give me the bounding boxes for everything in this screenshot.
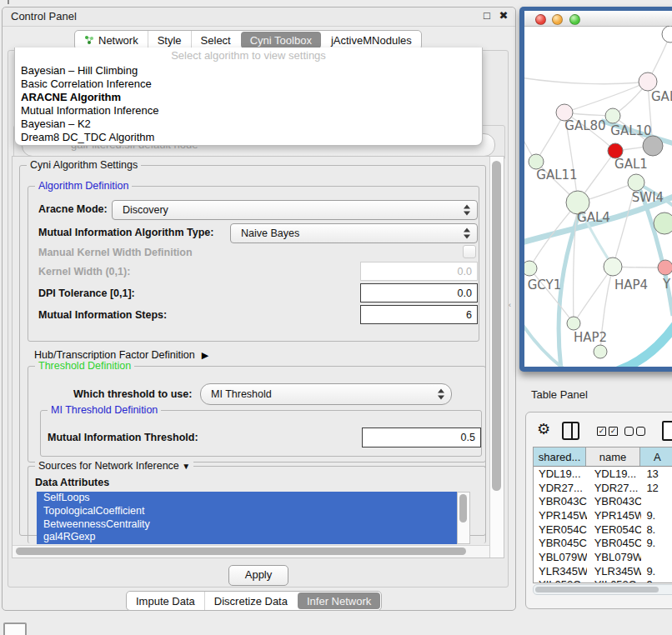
dpi-tolerance-field[interactable]: 0.0 bbox=[360, 283, 478, 302]
tab-network[interactable]: Network bbox=[75, 31, 148, 49]
tab-impute-data[interactable]: Impute Data bbox=[127, 592, 204, 610]
close-window-icon[interactable]: ✖ bbox=[497, 9, 510, 22]
table-cell[interactable]: YDL19... bbox=[534, 468, 587, 480]
table-row[interactable]: YPR145WYPR145W9. bbox=[534, 508, 672, 522]
table-row[interactable]: YDR27...YDR27...12 bbox=[534, 481, 672, 495]
table-cell[interactable]: 12 bbox=[641, 482, 672, 494]
table-cell[interactable]: YBR043C bbox=[534, 495, 587, 508]
algorithm-option-mutual-information-inference[interactable]: Mutual Information Inference bbox=[15, 104, 482, 118]
algorithm-option-bayesian-hill-climbing[interactable]: Bayesian – Hill Climbing bbox=[15, 64, 482, 78]
table-cell[interactable]: YPR145W bbox=[587, 509, 642, 522]
mi-threshold-field[interactable]: 0.5 bbox=[362, 428, 481, 448]
attributes-list-scrollbar[interactable] bbox=[457, 492, 470, 544]
network-canvas[interactable]: GALGAL80GAL10GAL1GAL11GAL4SWI4GCY1HAP4YH… bbox=[524, 26, 672, 367]
settings-vertical-scrollbar[interactable] bbox=[489, 157, 504, 558]
table-cell[interactable]: YBR045C bbox=[587, 537, 642, 549]
tab-discretize-data[interactable]: Discretize Data bbox=[204, 592, 297, 610]
aracne-mode-combo[interactable]: Discovery bbox=[112, 200, 478, 220]
table-cell[interactable]: 9 bbox=[641, 578, 672, 583]
network-node[interactable] bbox=[643, 136, 663, 156]
checked-checkbox-icon[interactable]: ✓ bbox=[609, 427, 618, 436]
hub-definition-expander[interactable]: Hub/Transcription Factor Definition▶ bbox=[34, 349, 208, 361]
table-horizontal-scrollbar[interactable] bbox=[533, 584, 672, 595]
network-node[interactable] bbox=[662, 26, 672, 42]
apply-button[interactable]: Apply bbox=[228, 565, 288, 586]
attribute-item-selfloops[interactable]: SelfLoops bbox=[37, 492, 457, 505]
table-cell[interactable]: YBL079W bbox=[587, 551, 642, 563]
unchecked-checkbox-icon[interactable] bbox=[636, 427, 645, 436]
tab-jactivemnodules[interactable]: jActiveMNodules bbox=[322, 31, 421, 49]
column-header-2[interactable]: name bbox=[586, 448, 640, 466]
document-icon[interactable] bbox=[662, 421, 672, 441]
table-row[interactable]: YBR043CYBR043C bbox=[534, 494, 672, 508]
settings-horizontal-scrollbar[interactable] bbox=[13, 545, 489, 558]
zoom-traffic-light[interactable] bbox=[569, 14, 580, 25]
table-cell[interactable]: YBL079W bbox=[534, 551, 587, 563]
panel-divider-grip[interactable]: ‹ bbox=[509, 302, 514, 308]
attribute-item-topologicalcoefficient[interactable]: TopologicalCoefficient bbox=[37, 505, 457, 518]
table-cell[interactable]: YDR27... bbox=[587, 482, 642, 494]
table-cell[interactable]: 9. bbox=[641, 509, 672, 522]
table-cell[interactable]: YDR27... bbox=[534, 482, 587, 494]
table-cell[interactable]: YER054C bbox=[587, 523, 642, 536]
column-header-3[interactable]: A bbox=[640, 448, 672, 466]
attribute-item-betweennesscentrality[interactable]: BetweennessCentrality bbox=[37, 518, 457, 532]
mi-type-combo[interactable]: Naive Bayes bbox=[230, 223, 478, 243]
algorithm-option-aracne-algorithm[interactable]: ARACNE Algorithm bbox=[15, 91, 482, 104]
table-cell[interactable]: YBR045C bbox=[534, 537, 587, 549]
table-cell[interactable]: 9. bbox=[641, 537, 672, 549]
network-node[interactable] bbox=[628, 174, 644, 191]
unchecked-checkbox-icon[interactable] bbox=[624, 427, 634, 436]
table-cell[interactable]: YLR345W bbox=[587, 565, 642, 578]
table-cell[interactable]: 8. bbox=[641, 523, 672, 536]
table-row[interactable]: YIL052CYIL052C9 bbox=[534, 578, 672, 584]
table-row[interactable]: YER054CYER054C8. bbox=[534, 522, 672, 537]
network-node[interactable] bbox=[639, 72, 657, 91]
network-node[interactable] bbox=[658, 260, 672, 275]
table-cell[interactable]: 13 bbox=[641, 468, 672, 480]
columns-icon[interactable] bbox=[562, 422, 579, 440]
table-cell[interactable]: YPR145W bbox=[534, 509, 587, 522]
algorithm-option-dream8-dc-tdc-algorithm[interactable]: Dream8 DC_TDC Algorithm bbox=[15, 131, 482, 144]
network-node[interactable] bbox=[567, 317, 580, 330]
mi-steps-field[interactable]: 6 bbox=[360, 305, 478, 324]
close-traffic-light[interactable] bbox=[535, 14, 546, 25]
table-cell[interactable]: YER054C bbox=[534, 523, 587, 536]
attributes-scrollbar-thumb[interactable] bbox=[459, 494, 467, 522]
table-cell[interactable]: YLR345W bbox=[534, 565, 587, 578]
table-row[interactable]: YBL079WYBL079W bbox=[534, 550, 672, 564]
table-cell[interactable]: YDL19... bbox=[587, 468, 642, 480]
tab-infer-network[interactable]: Infer Network bbox=[298, 592, 380, 609]
settings-scrollbar-thumb[interactable] bbox=[492, 161, 501, 491]
tab-style[interactable]: Style bbox=[148, 31, 191, 49]
network-node[interactable] bbox=[604, 258, 622, 276]
table-row[interactable]: YBR045CYBR045C9. bbox=[534, 536, 672, 550]
table-row[interactable]: YLR345WYLR345W9. bbox=[534, 564, 672, 578]
float-window-icon[interactable]: □ bbox=[480, 9, 494, 22]
algorithm-option-bayesian-k2[interactable]: Bayesian – K2 bbox=[15, 118, 482, 131]
checked-checkbox-icon[interactable]: ✓ bbox=[597, 427, 606, 436]
network-node[interactable] bbox=[605, 108, 620, 123]
settings-hscrollbar-thumb[interactable] bbox=[16, 548, 466, 555]
table-row[interactable]: YDL19...YDL19...13 bbox=[534, 467, 672, 481]
algorithm-option-basic-correlation-inference[interactable]: Basic Correlation Inference bbox=[15, 78, 482, 91]
table-hscrollbar-thumb[interactable] bbox=[535, 587, 659, 592]
column-header-1[interactable]: shared... bbox=[534, 448, 586, 466]
data-attributes-list[interactable]: SelfLoopsTopologicalCoefficientBetweenne… bbox=[37, 492, 457, 544]
network-node[interactable] bbox=[524, 261, 537, 276]
attribute-item-gal4rgexp[interactable]: gal4RGexp bbox=[37, 531, 457, 544]
table-cell[interactable]: YBR043C bbox=[587, 495, 642, 508]
network-node[interactable] bbox=[594, 345, 607, 358]
tab-cyni-toolbox[interactable]: Cyni Toolbox bbox=[241, 32, 321, 48]
tab-select[interactable]: Select bbox=[191, 31, 240, 49]
table-cell[interactable]: YIL052C bbox=[587, 578, 642, 583]
manual-kernel-checkbox[interactable] bbox=[463, 245, 476, 258]
table-cell[interactable]: YIL052C bbox=[534, 578, 587, 583]
sources-title[interactable]: Sources for Network Inference ▼ bbox=[35, 460, 193, 472]
minimize-traffic-light[interactable] bbox=[552, 14, 563, 25]
gear-icon[interactable]: ⚙ bbox=[537, 420, 550, 438]
table-cell[interactable]: 9. bbox=[641, 565, 672, 578]
kernel-width-field[interactable]: 0.0 bbox=[360, 262, 478, 281]
corner-panel-icon[interactable] bbox=[3, 622, 27, 635]
network-node[interactable] bbox=[654, 212, 672, 234]
